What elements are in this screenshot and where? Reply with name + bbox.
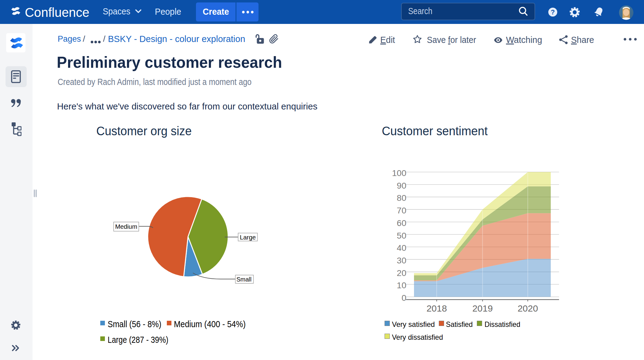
svg-text:50: 50 bbox=[397, 231, 406, 240]
svg-text:70: 70 bbox=[397, 206, 406, 215]
svg-text:30: 30 bbox=[397, 256, 406, 265]
svg-text:Large: Large bbox=[240, 234, 256, 241]
svg-text:2018: 2018 bbox=[427, 303, 447, 313]
svg-text:?: ? bbox=[551, 8, 555, 16]
svg-text:100: 100 bbox=[392, 168, 406, 178]
svg-text:Small: Small bbox=[236, 276, 251, 283]
svg-text:10: 10 bbox=[397, 281, 406, 290]
svg-text:80: 80 bbox=[397, 193, 406, 203]
svg-text:60: 60 bbox=[397, 218, 406, 228]
svg-text:20: 20 bbox=[397, 268, 406, 278]
svg-text:90: 90 bbox=[397, 181, 406, 190]
svg-text:2020: 2020 bbox=[518, 303, 538, 313]
svg-text:40: 40 bbox=[397, 243, 406, 253]
svg-text:2019: 2019 bbox=[472, 303, 493, 313]
svg-text:0: 0 bbox=[401, 293, 406, 303]
svg-text:Medium: Medium bbox=[115, 223, 137, 230]
